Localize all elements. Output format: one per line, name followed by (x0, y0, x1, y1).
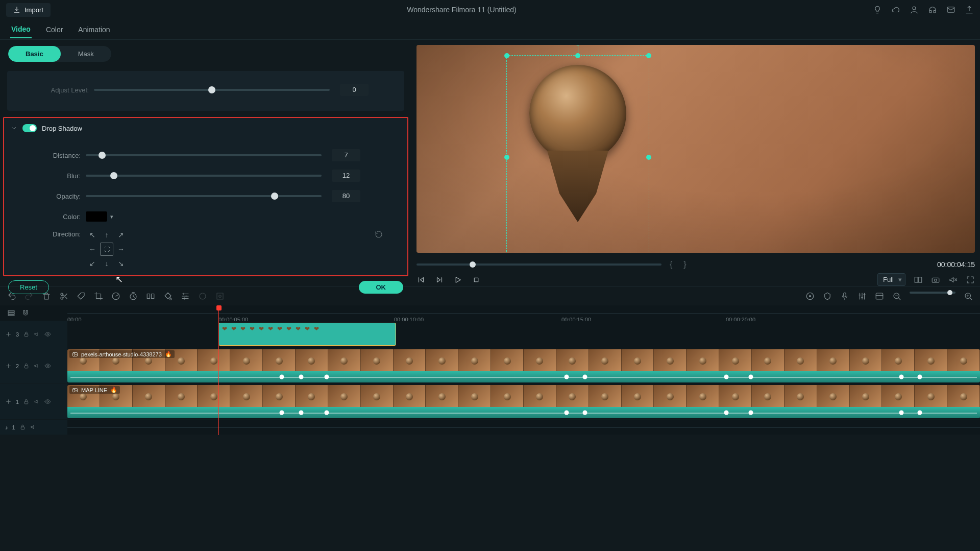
keyframe-dot[interactable] (324, 375, 329, 379)
keyframe-dot[interactable] (299, 411, 303, 415)
chevron-down-icon[interactable] (10, 125, 17, 132)
resize-handle-tl[interactable] (504, 53, 509, 58)
resize-handle-mr[interactable] (646, 155, 651, 160)
timeline-zoom-slider[interactable] (910, 292, 955, 294)
headset-icon[interactable] (928, 5, 937, 14)
opacity-value[interactable]: 80 (332, 190, 360, 202)
subtab-basic[interactable]: Basic (8, 46, 61, 62)
add-track-icon[interactable] (5, 398, 12, 405)
preview-quality-select[interactable]: Full (877, 273, 905, 286)
lock-icon[interactable] (23, 398, 30, 405)
direction-n[interactable]: ↑ (100, 228, 113, 242)
eye-icon[interactable] (44, 363, 51, 369)
map-pin-element[interactable] (529, 65, 626, 222)
keyframe-dot[interactable] (917, 411, 922, 415)
mark-in-icon[interactable]: { (667, 260, 675, 269)
import-button[interactable]: Import (6, 3, 51, 17)
fullscreen-icon[interactable] (966, 275, 975, 284)
prev-frame-button[interactable] (416, 275, 426, 284)
direction-e[interactable]: → (114, 243, 128, 256)
render-icon[interactable] (805, 292, 815, 301)
greenscreen-icon[interactable] (198, 292, 207, 301)
blur-slider[interactable] (86, 175, 322, 177)
preview-scrubber[interactable] (416, 263, 662, 266)
selection-bounding-box[interactable] (506, 55, 649, 253)
keyframe-dot[interactable] (724, 375, 728, 379)
lock-icon[interactable] (23, 331, 30, 338)
element-clip[interactable]: ❤❤❤❤❤❤❤❤❤❤❤ (218, 323, 396, 346)
keyframe-dot[interactable] (749, 411, 753, 415)
keyframe-dot[interactable] (582, 375, 587, 379)
direction-se[interactable]: ↘ (114, 257, 128, 270)
magnet-icon[interactable] (21, 309, 30, 317)
zoom-out-icon[interactable] (892, 292, 901, 301)
adjust-level-slider[interactable] (94, 89, 330, 91)
zoom-in-icon[interactable] (964, 292, 973, 301)
keyframe-dot[interactable] (899, 375, 904, 379)
keyframe-dot[interactable] (324, 411, 329, 415)
timeline-playhead[interactable] (218, 305, 219, 435)
play-button[interactable] (453, 275, 462, 284)
keyframe-dot[interactable] (565, 375, 569, 379)
keyframe-dot[interactable] (899, 411, 904, 415)
direction-sw[interactable]: ↙ (86, 257, 99, 270)
tab-animation[interactable]: Animation (77, 21, 111, 38)
opacity-slider[interactable] (86, 195, 322, 197)
tab-color[interactable]: Color (45, 21, 64, 38)
add-track-icon[interactable] (5, 331, 12, 338)
resize-handle-tr[interactable] (646, 53, 651, 58)
adjust-level-value[interactable]: 0 (340, 84, 369, 96)
mute-icon[interactable] (34, 398, 40, 405)
next-frame-button[interactable] (435, 275, 444, 284)
mute-icon[interactable] (34, 331, 40, 338)
stop-button[interactable] (472, 275, 481, 284)
mail-icon[interactable] (946, 5, 955, 14)
layout-icon[interactable] (875, 292, 884, 301)
video-clip-2[interactable]: pexels-arthouse-studio-4338273 🔥 (67, 349, 980, 382)
ok-button[interactable]: OK (359, 281, 404, 294)
shadow-color-dropdown[interactable]: ▾ (110, 213, 113, 220)
marker-icon[interactable] (823, 292, 832, 301)
video-clip-1[interactable]: MAP LINE 🔥 (67, 385, 980, 418)
lightbulb-icon[interactable] (873, 5, 882, 14)
direction-w[interactable]: ← (86, 243, 99, 256)
export-icon[interactable] (965, 5, 974, 14)
time-ruler[interactable]: 00:0000:00:05:0000:00:10:0000:00:15:0000… (67, 313, 980, 314)
rotate-handle[interactable] (575, 45, 580, 45)
keyframe-lane-2[interactable] (67, 371, 980, 382)
eye-icon[interactable] (44, 331, 51, 338)
distance-slider[interactable] (86, 154, 322, 156)
compare-view-icon[interactable] (914, 275, 923, 284)
eye-icon[interactable] (44, 398, 51, 405)
direction-reset-icon[interactable] (375, 230, 383, 240)
mute-icon[interactable] (34, 363, 40, 369)
keyframe-dot[interactable] (280, 375, 284, 379)
track-manager-icon[interactable] (7, 309, 15, 317)
keyframe-dot[interactable] (582, 411, 587, 415)
keyframe-dot[interactable] (749, 375, 753, 379)
mixer-icon[interactable] (857, 292, 867, 301)
mark-out-icon[interactable]: } (680, 260, 689, 269)
lock-icon[interactable] (23, 363, 30, 369)
mute-icon[interactable] (30, 424, 37, 430)
cloud-icon[interactable] (891, 5, 900, 14)
keyframe-dot[interactable] (724, 411, 728, 415)
resize-handle-ml[interactable] (504, 155, 509, 160)
direction-center[interactable]: ⛶ (100, 243, 113, 256)
video-preview[interactable] (416, 45, 975, 253)
subtab-mask[interactable]: Mask (61, 46, 111, 62)
blur-value[interactable]: 12 (332, 170, 360, 182)
keyframe-dot[interactable] (565, 411, 569, 415)
drop-shadow-toggle[interactable] (22, 124, 37, 132)
distance-value[interactable]: 7 (332, 149, 360, 161)
keyframe-dot[interactable] (280, 411, 284, 415)
snapshot-icon[interactable] (931, 275, 940, 284)
mute-preview-icon[interactable] (948, 275, 958, 284)
shadow-color-swatch[interactable] (86, 211, 107, 222)
keyframe-dot[interactable] (917, 375, 922, 379)
direction-ne[interactable]: ↗ (114, 228, 128, 242)
direction-nw[interactable]: ↖ (86, 228, 99, 242)
tab-video[interactable]: Video (10, 21, 32, 38)
voiceover-icon[interactable] (840, 292, 849, 301)
resize-handle-mt[interactable] (575, 53, 580, 58)
